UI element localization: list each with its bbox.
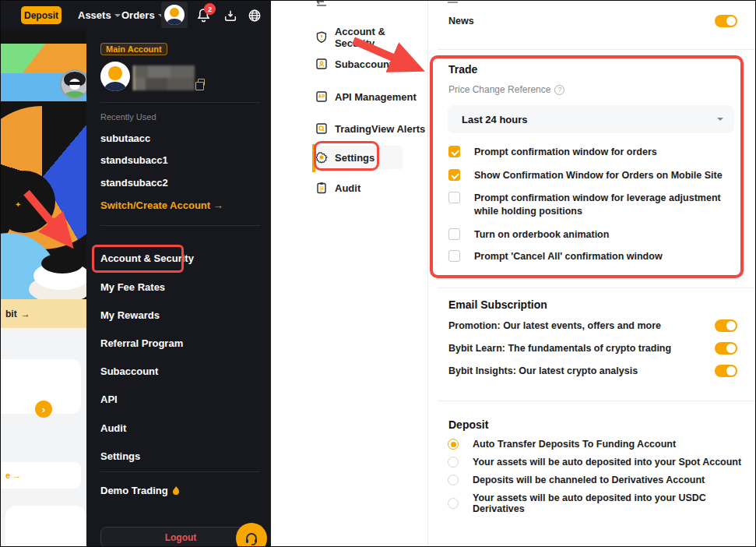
email-subscription-title: Email Subscription xyxy=(448,298,547,311)
radio-row: Auto Transfer Deposits To Funding Accoun… xyxy=(448,439,676,450)
download-icon[interactable] xyxy=(223,9,237,23)
background-banner: bit → xyxy=(1,299,86,328)
nav-item-tradingview-alerts[interactable]: TradingView Alerts xyxy=(315,122,425,135)
chevron-down-icon xyxy=(717,118,723,121)
notification-badge: 2 xyxy=(204,3,216,15)
switch-create-account-link[interactable]: Switch/Create Account → xyxy=(100,199,223,211)
leverage-confirmation-checkbox[interactable] xyxy=(448,192,460,203)
funding-account-radio[interactable] xyxy=(448,439,459,450)
checkbox-row: Prompt confirmation window for orders xyxy=(448,146,657,159)
chevron-down-icon xyxy=(114,14,121,17)
spot-account-radio[interactable] xyxy=(448,457,459,468)
account-dropdown-panel: Main Account Recently Used subutaacc sta… xyxy=(86,29,271,547)
deposit-button[interactable]: Deposit xyxy=(21,6,62,24)
checkbox-row: Turn on orderbook animation xyxy=(448,228,609,242)
bybit-settings-screenshot: ✦ bit → › e → Deposit Assets Orders xyxy=(0,0,756,547)
radio-row: Your assets will be auto deposited into … xyxy=(448,492,756,514)
derivatives-account-radio[interactable] xyxy=(448,475,459,485)
settings-sidebar: Account & Security Subaccount API Manage… xyxy=(271,1,427,547)
recently-used-label: Recently Used xyxy=(100,112,156,122)
carousel-next-button[interactable]: › xyxy=(35,401,52,418)
arrow-right-icon: → xyxy=(213,199,223,211)
gear-icon xyxy=(315,151,328,164)
menu-item-my-fee-rates[interactable]: My Fee Rates xyxy=(100,281,165,293)
orders-menu[interactable]: Orders xyxy=(121,9,164,21)
flame-icon xyxy=(172,486,180,496)
help-icon[interactable]: ? xyxy=(554,85,564,95)
menu-item-my-rewards[interactable]: My Rewards xyxy=(100,309,160,321)
toggle-row: Promotion: Our latest events, offers and… xyxy=(448,319,737,332)
settings-content: News Trade Price Change Reference ? Last… xyxy=(427,1,756,547)
bybit-learn-toggle[interactable] xyxy=(715,342,737,355)
audit-icon xyxy=(315,182,328,194)
menu-item-referral-program[interactable]: Referral Program xyxy=(100,337,183,349)
nav-item-subaccount[interactable]: Subaccount xyxy=(315,58,392,70)
background-card xyxy=(5,506,86,547)
radio-row: Your assets will be auto deposited into … xyxy=(448,457,741,468)
shield-icon xyxy=(315,31,328,44)
bybit-insights-toggle[interactable] xyxy=(715,365,737,377)
divider xyxy=(438,401,756,401)
menu-item-audit[interactable]: Audit xyxy=(100,422,126,434)
background-page: › e → xyxy=(1,328,86,547)
background-artwork: ✦ bit → › e → xyxy=(1,29,86,547)
tradingview-alerts-icon xyxy=(315,122,328,135)
divider xyxy=(100,225,260,226)
mobile-confirmation-checkbox[interactable] xyxy=(448,169,460,181)
menu-item-demo-trading[interactable]: Demo Trading xyxy=(100,485,180,496)
divider xyxy=(100,471,260,472)
orderbook-animation-checkbox[interactable] xyxy=(448,228,460,240)
profile-avatar-button[interactable] xyxy=(161,2,188,28)
arrow-right-icon: → xyxy=(12,471,21,480)
copy-icon[interactable] xyxy=(198,79,205,86)
nav-item-api-management[interactable]: API Management xyxy=(315,90,417,103)
star-icon: ✦ xyxy=(15,200,21,209)
news-toggle[interactable] xyxy=(715,15,737,27)
menu-item-api[interactable]: API xyxy=(100,393,118,405)
trade-section-title: Trade xyxy=(448,63,477,76)
checkbox-row: Prompt confirmation window for leverage … xyxy=(448,192,736,218)
background-card-link: e → xyxy=(1,462,81,489)
checkbox-row: Show Confirmation Window for Orders on M… xyxy=(448,169,723,182)
divider xyxy=(438,49,756,50)
radio-row: Deposits will be channeled to Derivative… xyxy=(448,475,705,485)
nav-item-audit[interactable]: Audit xyxy=(315,182,360,194)
menu-item-subaccount[interactable]: Subaccount xyxy=(100,365,158,377)
nav-item-settings[interactable]: Settings xyxy=(315,151,374,164)
main-account-badge: Main Account xyxy=(100,43,167,55)
mascot-avatar xyxy=(60,69,86,99)
menu-item-account-security[interactable]: Account & Security xyxy=(100,252,194,264)
blurred-username xyxy=(133,65,195,90)
news-label: News xyxy=(448,16,474,26)
arrow-right-icon: → xyxy=(21,309,30,319)
collapse-sidebar-icon[interactable] xyxy=(315,1,328,8)
usdc-derivatives-radio[interactable] xyxy=(448,498,459,509)
price-change-reference-dropdown[interactable]: Last 24 hours xyxy=(448,105,734,133)
top-header: Deposit Assets Orders 2 xyxy=(1,1,271,29)
checkbox-row: Prompt 'Cancel All' confirmation window xyxy=(448,250,663,263)
news-row: News xyxy=(448,15,737,27)
assets-menu[interactable]: Assets xyxy=(78,9,121,21)
recent-account-item[interactable]: subutaacc xyxy=(100,132,150,144)
chevron-right-icon: › xyxy=(42,404,45,415)
divider xyxy=(448,2,458,3)
support-chat-button[interactable] xyxy=(236,523,267,547)
cancel-all-confirmation-checkbox[interactable] xyxy=(448,250,460,262)
recent-account-item[interactable]: standsubacc2 xyxy=(100,177,168,189)
toggle-row: Bybit Learn: The fundamentals of crypto … xyxy=(448,342,737,355)
subaccount-icon xyxy=(315,58,328,70)
globe-icon[interactable] xyxy=(248,9,262,23)
toggle-row: Bybit Insights: Our latest crypto analys… xyxy=(448,365,737,377)
orders-confirmation-checkbox[interactable] xyxy=(448,146,460,157)
divider xyxy=(100,102,260,103)
recent-account-item[interactable]: standsubacc1 xyxy=(100,154,168,166)
avatar xyxy=(100,62,130,91)
menu-item-settings[interactable]: Settings xyxy=(100,450,140,462)
headset-icon xyxy=(244,531,259,546)
promotion-toggle[interactable] xyxy=(715,319,737,332)
api-icon xyxy=(315,90,328,103)
nav-item-account-security[interactable]: Account & Security xyxy=(315,26,427,49)
divider xyxy=(438,288,756,288)
deposit-section-title: Deposit xyxy=(448,418,488,431)
avatar xyxy=(164,5,185,25)
